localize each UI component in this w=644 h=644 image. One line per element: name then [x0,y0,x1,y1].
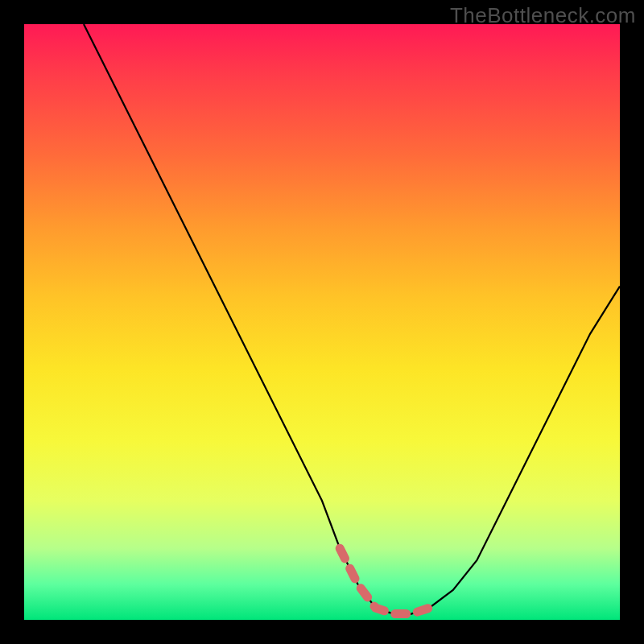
optimal-range-highlight [340,548,429,613]
chart-overlay [24,24,620,620]
bottleneck-curve [84,24,620,614]
chart-stage: TheBottleneck.com [0,0,644,644]
